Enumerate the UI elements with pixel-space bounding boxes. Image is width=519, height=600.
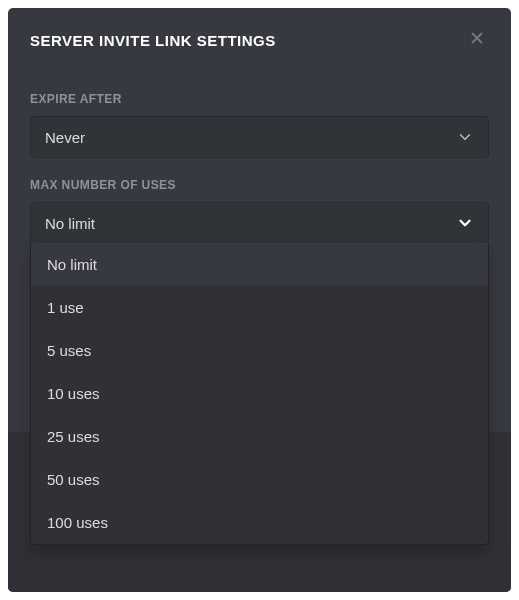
modal-body: EXPIRE AFTER Never MAX NUMBER OF USES No… — [8, 66, 511, 266]
invite-settings-modal: SERVER INVITE LINK SETTINGS EXPIRE AFTER… — [8, 8, 511, 592]
dropdown-option[interactable]: 1 use — [31, 286, 488, 329]
dropdown-option[interactable]: 100 uses — [31, 501, 488, 544]
dropdown-option[interactable]: 5 uses — [31, 329, 488, 372]
dropdown-option[interactable]: 50 uses — [31, 458, 488, 501]
expire-after-field: EXPIRE AFTER Never — [30, 92, 489, 158]
modal-title: SERVER INVITE LINK SETTINGS — [30, 32, 276, 49]
modal-header: SERVER INVITE LINK SETTINGS — [8, 8, 511, 66]
chevron-down-icon — [456, 128, 474, 146]
dropdown-option[interactable]: No limit — [31, 243, 488, 286]
expire-after-label: EXPIRE AFTER — [30, 92, 489, 106]
dropdown-option[interactable]: 10 uses — [31, 372, 488, 415]
close-button[interactable] — [465, 28, 489, 52]
chevron-down-icon — [456, 214, 474, 232]
expire-after-select[interactable]: Never — [30, 116, 489, 158]
dropdown-option[interactable]: 25 uses — [31, 415, 488, 458]
max-uses-select[interactable]: No limit No limit 1 use 5 uses 10 uses 2… — [30, 202, 489, 244]
max-uses-field: MAX NUMBER OF USES No limit No limit 1 u… — [30, 178, 489, 244]
max-uses-value: No limit — [45, 215, 95, 232]
max-uses-dropdown: No limit 1 use 5 uses 10 uses 25 uses 50… — [30, 243, 489, 545]
max-uses-label: MAX NUMBER OF USES — [30, 178, 489, 192]
expire-after-value: Never — [45, 129, 85, 146]
close-icon — [468, 29, 486, 51]
